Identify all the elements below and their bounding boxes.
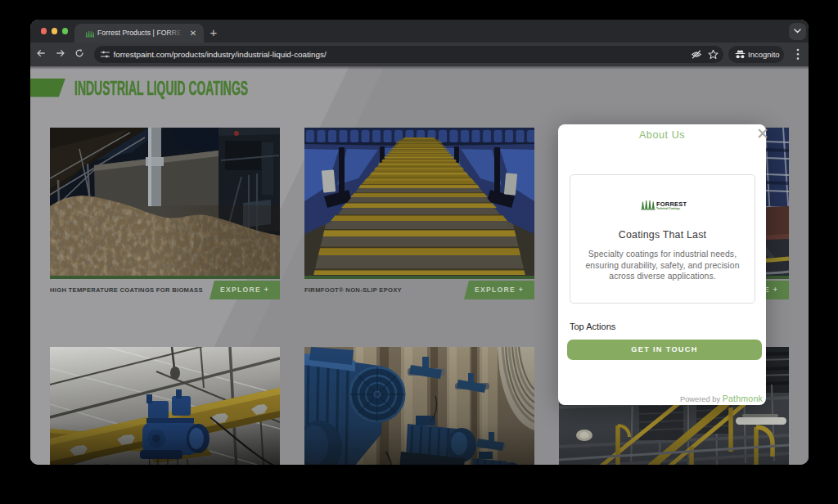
- svg-text:Technical Coatings: Technical Coatings: [656, 207, 680, 210]
- svg-text:FORREST: FORREST: [656, 200, 687, 208]
